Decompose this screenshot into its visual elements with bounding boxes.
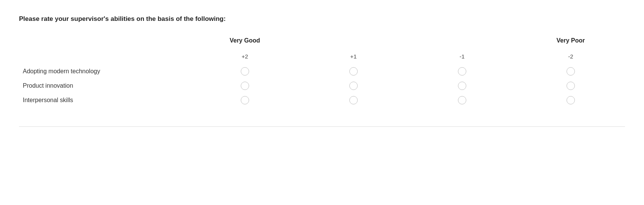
section-divider — [19, 126, 625, 127]
row-label-2: Interpersonal skills — [19, 93, 191, 107]
radio-button-row2-opt1[interactable] — [349, 96, 358, 104]
radio-button-row2-opt3[interactable] — [567, 96, 575, 104]
radio-cell-row0-opt2 — [408, 64, 516, 79]
radio-cell-row2-opt2 — [408, 93, 516, 107]
radio-cell-row1-opt1 — [299, 79, 408, 93]
radio-cell-row1-opt3 — [516, 79, 625, 93]
radio-button-row2-opt2[interactable] — [458, 96, 466, 104]
question-title: Please rate your supervisor's abilities … — [19, 15, 625, 23]
radio-cell-row2-opt3 — [516, 93, 625, 107]
radio-cell-row1-opt0 — [191, 79, 299, 93]
radio-cell-row1-opt2 — [408, 79, 516, 93]
radio-cell-row0-opt0 — [191, 64, 299, 79]
radio-button-row0-opt3[interactable] — [567, 67, 575, 76]
radio-button-row0-opt2[interactable] — [458, 67, 466, 76]
radio-cell-row2-opt0 — [191, 93, 299, 107]
radio-button-row0-opt1[interactable] — [349, 67, 358, 76]
col-spacer-1 — [299, 34, 408, 46]
row-label-0: Adopting modern technology — [19, 64, 191, 79]
scale-num-1: +1 — [299, 52, 408, 64]
radio-button-row1-opt1[interactable] — [349, 82, 358, 90]
scale-num-2: -1 — [408, 52, 516, 64]
very-poor-label: Very Poor — [516, 34, 625, 46]
scale-num-spacer — [19, 52, 191, 64]
radio-button-row1-opt3[interactable] — [567, 82, 575, 90]
scale-num-3: -2 — [516, 52, 625, 64]
scale-value-2 — [408, 46, 516, 52]
very-good-label: Very Good — [191, 34, 299, 46]
radio-button-row2-opt0[interactable] — [241, 96, 249, 104]
scale-num-0: +2 — [191, 52, 299, 64]
scale-value-spacer — [19, 46, 191, 52]
radio-cell-row0-opt3 — [516, 64, 625, 79]
radio-button-row1-opt2[interactable] — [458, 82, 466, 90]
radio-button-row1-opt0[interactable] — [241, 82, 249, 90]
radio-button-row0-opt0[interactable] — [241, 67, 249, 76]
row-label-1: Product innovation — [19, 79, 191, 93]
scale-value-0 — [191, 46, 299, 52]
radio-cell-row2-opt1 — [299, 93, 408, 107]
scale-value-1 — [299, 46, 408, 52]
label-spacer — [19, 34, 191, 46]
col-spacer-2 — [408, 34, 516, 46]
scale-value-3 — [516, 46, 625, 52]
radio-cell-row0-opt1 — [299, 64, 408, 79]
